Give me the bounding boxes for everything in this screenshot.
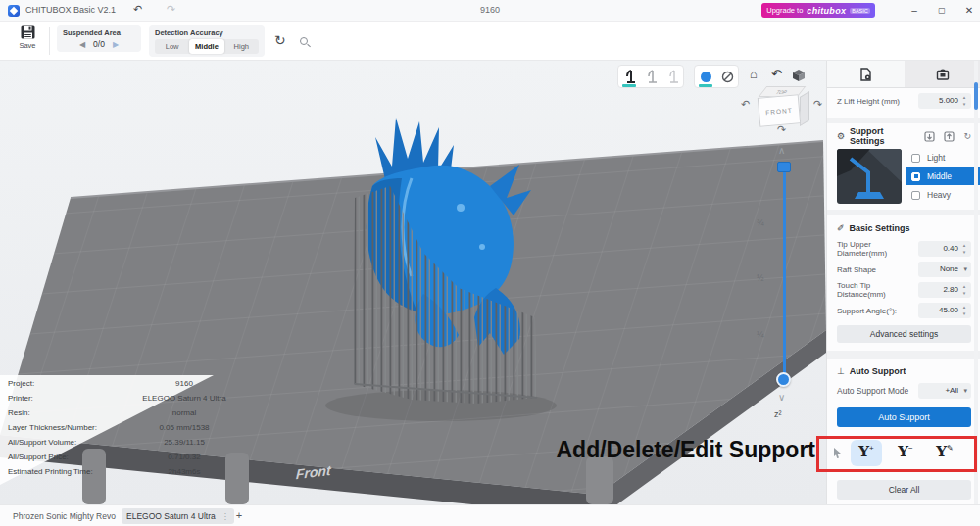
auto-support-mode-label: Auto Support Mode [837,386,918,396]
panel-scrollbar[interactable] [974,61,978,526]
close-button[interactable]: ✕ [958,2,980,20]
view-cube-front-face[interactable]: FRONT [758,94,801,127]
spinner-icons[interactable]: ▴▾ [960,94,968,108]
slider-chevron-down-icon[interactable]: ∨ [778,392,785,403]
active-underline [699,84,712,87]
gear-icon: ⚙ [837,131,845,141]
reset-settings-icon[interactable]: ↻ [963,131,971,141]
advanced-settings-button[interactable]: Advanced settings [837,325,971,343]
wand-icon: ✐ [837,223,845,233]
save-button[interactable]: Save [12,25,43,58]
tab-menu-icon[interactable]: ⋮ [221,512,229,521]
viewport-3d[interactable]: ⌂ ↶ ↶ ↷ ↷ TOP FRONT ∧ ¾ ½ ¼ ∨ z² Project… [0,61,826,504]
home-view-icon[interactable]: ⌂ [750,67,758,81]
caret-down-icon: ▾ [963,387,967,395]
rotate-right-icon[interactable]: ↷ [813,98,822,111]
accuracy-option-middle[interactable]: Middle [189,39,223,54]
tip-diameter-row: Tip Upper Diameter(mm) 0.40▴▾ [837,241,971,257]
cube-view-icon[interactable] [792,69,806,85]
main-toolbar: Save Suspended Area ◀ 0/0 ▶ Detection Ac… [0,22,980,61]
checkbox-icon[interactable] [911,191,920,200]
maximize-button[interactable]: ▢ [931,2,953,20]
prev-suspended-icon[interactable]: ◀ [79,40,85,49]
printer-tab-phrozen[interactable]: Phrozen Sonic Mighty Revo ⋮ [8,508,134,524]
edit-icon: ✎ [947,443,954,454]
slider-track[interactable] [783,165,786,376]
add-printer-tab-button[interactable]: + [231,508,247,524]
delete-support-button[interactable]: Υ− [890,440,921,466]
preset-label: Light [927,153,945,163]
support-medium-button[interactable] [640,66,662,87]
scrollbar-thumb[interactable] [974,82,978,110]
rotate-left-icon[interactable]: ↶ [741,98,750,111]
slider-top-handle[interactable] [777,162,791,172]
upgrade-button[interactable]: Upgrade to chitubox BASIC [761,3,875,18]
edit-support-button[interactable]: Υ✎ [929,440,960,466]
view-mode-toolbar [694,65,739,88]
chitubox-app-window: { "colors": { "accent": "#1778d2", "sele… [0,0,980,526]
slider-fraction-1-2: ½ [757,273,764,283]
touch-tip-distance-input[interactable]: 2.80▴▾ [918,282,971,298]
tutorial-annotation: Add/Delete/Edit Support [541,437,815,463]
reset-view-icon[interactable]: ↶ [771,67,782,81]
support-medium-icon [644,69,658,84]
cube-icon [792,69,806,82]
next-suspended-icon[interactable]: ▶ [113,40,119,49]
view-cube-side-face[interactable] [800,91,809,126]
z-lift-input[interactable]: 5.000▴▾ [918,93,971,109]
spinner-icons[interactable]: ▴▾ [960,304,968,317]
info-label: All/Support Volume: [8,438,76,447]
checkbox-checked-icon[interactable] [911,172,920,181]
view-cube[interactable]: ↶ ↷ ↷ TOP FRONT [741,84,825,139]
support-angle-input[interactable]: 45.00▴▾ [918,303,971,318]
support-settings-header: ⚙ Support Settings ↻ [837,129,971,143]
info-label: Project: [8,379,34,388]
info-value: 2h43m6s [116,467,253,476]
setting-label: Support Angle(°): [837,307,918,315]
preset-option-light[interactable]: Light [906,149,980,167]
support-edit-toolbar: Υ+ Υ− Υ✎ [827,439,980,468]
auto-support-mode-select[interactable]: +All▾ [918,383,971,399]
support-thin-icon [622,69,636,84]
plus-icon: + [869,443,874,454]
spinner-icons[interactable]: ▴▾ [960,242,968,256]
suspended-area-label: Suspended Area [63,28,135,37]
support-thick-button[interactable] [662,66,683,87]
tab-printer[interactable] [905,61,980,87]
printer-tab-elegoo[interactable]: ELEGOO Saturn 4 Ultra ⋮ [122,508,234,524]
auto-support-button[interactable]: Auto Support [837,407,971,427]
solid-view-button[interactable] [695,66,716,87]
refresh-detection-icon[interactable]: ↻ [274,32,286,48]
slider-chevron-up-icon[interactable]: ∧ [778,145,785,156]
accuracy-option-low[interactable]: Low [155,39,189,54]
accuracy-option-high[interactable]: High [224,39,259,54]
slider-bottom-handle[interactable] [776,372,791,387]
import-settings-icon[interactable] [924,131,935,142]
minus-icon: − [908,443,913,454]
titlebar: CHITUBOX Basic V2.1 ↶ ↷ 9160 Upgrade to … [0,0,980,22]
basic-settings-header: ✐ Basic Settings [837,221,971,235]
minimize-button[interactable]: – [904,2,925,20]
spinner-icons[interactable]: ▴▾ [960,283,968,297]
add-support-button[interactable]: Υ+ [851,440,882,466]
magnifier-icon[interactable] [300,37,308,45]
support-thick-icon [665,69,679,84]
section-view-button[interactable] [716,66,738,87]
raft-shape-select[interactable]: None▾ [918,262,971,277]
z-lift-row: Z Lift Height (mm) 5.000▴▾ [837,92,971,110]
preset-option-heavy[interactable]: Heavy [906,186,980,204]
tab-slice-settings[interactable] [827,61,905,87]
clear-all-button[interactable]: Clear All [837,480,971,500]
checkbox-icon[interactable] [911,154,920,163]
project-info-overlay: Project:9160 Printer:ELEGOO Saturn 4 Ult… [0,375,263,485]
printer-tab-label: Phrozen Sonic Mighty Revo [13,511,116,521]
slider-fraction-1-4: ¼ [757,329,764,339]
tip-diameter-input[interactable]: 0.40▴▾ [918,241,971,257]
export-settings-icon[interactable] [944,131,955,142]
upgrade-badge: BASIC [850,8,870,14]
support-thin-button[interactable] [618,66,640,87]
preset-option-middle[interactable]: Middle [906,167,980,185]
auto-support-title: Auto Support [850,366,906,376]
suspended-area-group: Suspended Area ◀ 0/0 ▶ [57,25,141,52]
settings-panel: Z Lift Height (mm) 5.000▴▾ ⚙ Support Set… [826,61,980,526]
